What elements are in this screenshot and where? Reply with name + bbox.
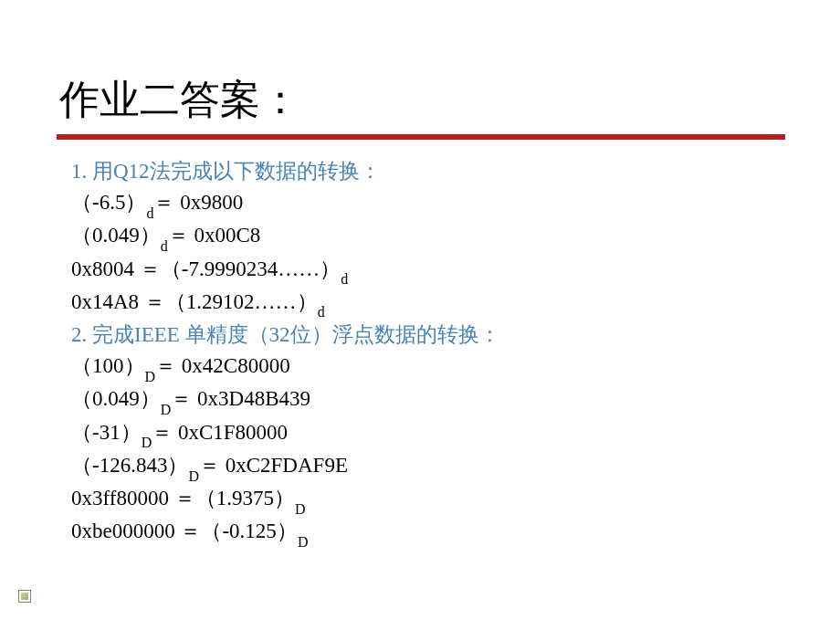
- slide-title: 作业二答案：: [59, 73, 785, 127]
- q2-line1-prefix: （100）: [71, 354, 145, 377]
- q2-line2: （0.049）D＝ 0x3D48B439: [71, 383, 785, 416]
- q1-line1: （-6.5）d＝ 0x9800: [71, 187, 785, 220]
- q1-line2: （0.049）d＝ 0x00C8: [71, 220, 785, 253]
- q1-line1-prefix: （-6.5）: [71, 191, 146, 214]
- q1-line3-sub: d: [341, 271, 348, 287]
- q2-line4-rest: ＝ 0xC2FDAF9E: [199, 454, 348, 477]
- slide-container: 作业二答案： 1. 用Q12法完成以下数据的转换： （-6.5）d＝ 0x980…: [0, 0, 840, 586]
- q2-line2-rest: ＝ 0x3D48B439: [171, 387, 310, 410]
- q2-line6: 0xbe000000 ＝（-0.125）D: [71, 516, 785, 549]
- q1-line2-prefix: （0.049）: [71, 224, 161, 247]
- q2-line2-prefix: （0.049）: [71, 387, 161, 410]
- decorative-bullet-icon: [18, 590, 31, 603]
- q1-line2-sub: d: [161, 238, 168, 254]
- q2-line6-prefix: 0xbe000000 ＝（-0.125）: [71, 520, 298, 542]
- q2-line1-rest: ＝ 0x42C80000: [155, 354, 290, 377]
- q2-line5-sub: D: [295, 501, 306, 517]
- content-body: 1. 用Q12法完成以下数据的转换： （-6.5）d＝ 0x9800 （0.04…: [55, 156, 785, 550]
- q1-line4-prefix: 0x14A8 ＝（1.29102……）: [71, 290, 318, 313]
- q2-line1-sub: D: [145, 369, 156, 384]
- q2-line3-sub: D: [142, 435, 152, 450]
- q2-line5-prefix: 0x3ff80000 ＝（1.9375）: [71, 487, 295, 509]
- question1-heading: 1. 用Q12法完成以下数据的转换：: [71, 156, 785, 187]
- q2-line6-sub: D: [298, 534, 309, 550]
- q2-line4: （-126.843）D＝ 0xC2FDAF9E: [71, 450, 785, 483]
- q2-line5: 0x3ff80000 ＝（1.9375）D: [71, 483, 785, 516]
- question2-heading: 2. 完成IEEE 单精度（32位）浮点数据的转换：: [71, 320, 785, 351]
- q2-line3: （-31）D＝ 0xC1F80000: [71, 417, 785, 450]
- title-underline: [57, 134, 785, 140]
- q1-line4: 0x14A8 ＝（1.29102……）d: [71, 287, 785, 320]
- q1-line3: 0x8004 ＝（-7.9990234……）d: [71, 254, 785, 287]
- q2-line2-sub: D: [161, 402, 172, 417]
- q2-line1: （100）D＝ 0x42C80000: [71, 351, 785, 383]
- q1-line2-rest: ＝ 0x00C8: [168, 224, 261, 247]
- q2-line3-rest: ＝ 0xC1F80000: [152, 421, 288, 444]
- q1-line4-sub: d: [318, 304, 325, 320]
- q1-line3-prefix: 0x8004 ＝（-7.9990234……）: [71, 257, 341, 280]
- q1-line1-rest: ＝ 0x9800: [153, 191, 243, 214]
- q2-line4-sub: D: [188, 468, 199, 484]
- q2-line3-prefix: （-31）: [71, 421, 142, 444]
- q2-line4-prefix: （-126.843）: [71, 454, 188, 477]
- q1-line1-sub: d: [146, 205, 153, 221]
